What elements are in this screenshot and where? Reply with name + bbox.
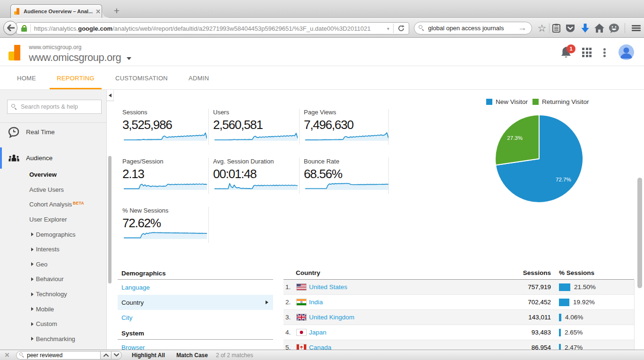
menu-item-label: Country: [121, 299, 144, 306]
sidebar-link-label: Overview: [29, 171, 57, 178]
google-apps-grid-icon[interactable]: [582, 48, 592, 57]
browser-tab[interactable]: Audience Overview – Anal... ✕: [10, 4, 102, 18]
menu-hamburger-icon[interactable]: [630, 18, 642, 38]
match-count: 2 of 2 matches: [216, 352, 253, 359]
find-next-button[interactable]: [111, 351, 122, 360]
pocket-icon[interactable]: [565, 18, 576, 38]
url-bar[interactable]: https://analytics.google.com/analytics/w…: [16, 22, 409, 34]
sidebar-link-geo[interactable]: Geo: [0, 257, 107, 272]
back-button[interactable]: [3, 21, 17, 35]
sidebar-link-label: Technology: [36, 291, 67, 298]
toolbar-separator2: [625, 23, 625, 33]
sidebar-link-behaviour[interactable]: Behaviour: [0, 272, 107, 287]
sidebar-link-overview[interactable]: Overview: [0, 167, 107, 182]
legend-item-new-visitor: New Visitor: [486, 98, 528, 105]
findbar-close-icon[interactable]: ✕: [3, 351, 11, 359]
sidebar-link-interests[interactable]: Interests: [0, 242, 107, 257]
metric-divider: [208, 207, 209, 243]
tab-close-icon[interactable]: ✕: [95, 8, 101, 15]
property-caret-icon: [127, 57, 131, 60]
country-link[interactable]: Japan: [309, 329, 326, 336]
downloads-icon[interactable]: [580, 18, 590, 38]
expand-arrow-icon: [31, 262, 34, 266]
country-link[interactable]: India: [309, 299, 323, 306]
sidebar-link-active-users[interactable]: Active Users: [0, 182, 107, 197]
sidebar-search-placeholder: Search reports & help: [21, 103, 78, 110]
sidebar-link-user-explorer[interactable]: User Explorer: [0, 212, 107, 227]
country-link[interactable]: United Kingdom: [309, 314, 354, 321]
tab-foot-curve: [102, 11, 109, 18]
findbar-input[interactable]: peer reviewed: [16, 351, 100, 360]
property-selector[interactable]: www.omicsgroup.org: [29, 51, 131, 64]
sidebar-link-demographics[interactable]: Demographics: [0, 227, 107, 242]
sidebar-link-label: Cohort Analysis: [29, 201, 72, 208]
sidebar-link-mobile[interactable]: Mobile: [0, 301, 107, 317]
sidebar-search-input[interactable]: Search reports & help: [7, 100, 102, 114]
notifications-bell[interactable]: 1: [560, 46, 576, 60]
pct-label: 19.92%: [573, 299, 595, 306]
find-previous-button[interactable]: [100, 351, 111, 360]
home-icon[interactable]: [594, 18, 605, 38]
bookmarks-menu-icon[interactable]: [551, 18, 561, 38]
submenu-arrow-icon: [266, 300, 268, 304]
menu-item-browser[interactable]: Browser: [118, 340, 273, 350]
user-avatar[interactable]: [618, 44, 634, 60]
ga-report-body: Search reports & help Real Time Audience…: [0, 90, 644, 350]
pct-cell: 2.65%: [551, 329, 634, 336]
search-go-icon[interactable]: →: [518, 23, 527, 32]
url-history-dropdown-icon[interactable]: ▾: [387, 26, 389, 31]
more-options-dots-icon[interactable]: [603, 48, 606, 57]
ga-tab-reporting[interactable]: REPORTING: [50, 67, 102, 89]
legend-swatch: [486, 99, 492, 105]
url-separator2: [393, 24, 394, 33]
browser-tab-bar: Audience Overview – Anal... ✕ +: [0, 0, 644, 18]
metric-divider: [208, 109, 209, 145]
ga-tab-customisation[interactable]: CUSTOMISATION: [108, 67, 175, 89]
header-pct-sessions[interactable]: % Sessions: [551, 269, 634, 279]
pct-cell: 2.47%: [551, 344, 634, 350]
sidebar-item-audience[interactable]: Audience: [0, 147, 107, 169]
highlight-all-button[interactable]: Highlight All: [132, 352, 165, 359]
menu-item-language[interactable]: Language: [118, 280, 273, 295]
sidebar-item-real-time[interactable]: Real Time: [0, 121, 107, 143]
metric-value: 2.13: [122, 167, 207, 181]
new-tab-button[interactable]: +: [111, 6, 122, 17]
browser-search-bar[interactable]: global open access journals →: [414, 22, 532, 34]
pct-label: 21.50%: [574, 283, 596, 291]
sidebar-link-custom[interactable]: Custom: [0, 317, 107, 332]
ga-tab-admin[interactable]: ADMIN: [181, 67, 216, 89]
ga-tab-home[interactable]: HOME: [10, 67, 43, 89]
metric-value: 68.56%: [304, 167, 389, 181]
flag-us-icon: [297, 284, 306, 290]
search-icon: [419, 25, 425, 31]
search-input-value[interactable]: global open access journals: [428, 25, 518, 32]
country-link[interactable]: Canada: [309, 344, 331, 350]
hello-chat-icon[interactable]: [608, 18, 619, 38]
metric-label: % New Sessions: [122, 207, 207, 214]
legend-swatch: [532, 99, 539, 105]
url-text[interactable]: https://analytics.google.com/analytics/w…: [34, 25, 384, 32]
pct-label: 2.47%: [565, 344, 583, 350]
menu-item-country[interactable]: Country: [118, 295, 273, 310]
match-case-button[interactable]: Match Case: [176, 352, 208, 359]
header-sessions[interactable]: Sessions: [475, 269, 551, 279]
sidebar-link-benchmarking[interactable]: Benchmarking: [0, 332, 107, 347]
header-country[interactable]: Country: [283, 269, 475, 279]
country-table: CountrySessions% Sessions1.United States…: [283, 267, 634, 350]
sidebar-link-technology[interactable]: Technology: [0, 287, 107, 302]
menu-item-city[interactable]: City: [118, 310, 273, 325]
metric-value: 3,525,986: [122, 118, 207, 132]
reload-icon[interactable]: [398, 25, 404, 32]
metric-label: Bounce Rate: [304, 158, 389, 165]
rank-label: 4.: [283, 329, 297, 336]
findbar-input-value[interactable]: peer reviewed: [27, 352, 62, 359]
url-separator: [30, 24, 31, 33]
page-scrollbar-thumb[interactable]: [637, 178, 642, 288]
bookmark-star-icon[interactable]: ☆: [536, 18, 548, 38]
sidebar-scrollbar-thumb[interactable]: [108, 156, 112, 283]
sidebar-collapse-button[interactable]: [107, 90, 114, 101]
ga-nav-tabs: HOMEREPORTINGCUSTOMISATIONADMIN: [0, 67, 644, 90]
rank-label: 1.: [283, 283, 297, 291]
country-link[interactable]: United States: [309, 283, 347, 291]
sidebar-link-cohort-analysis[interactable]: Cohort AnalysisBETA: [0, 197, 107, 212]
